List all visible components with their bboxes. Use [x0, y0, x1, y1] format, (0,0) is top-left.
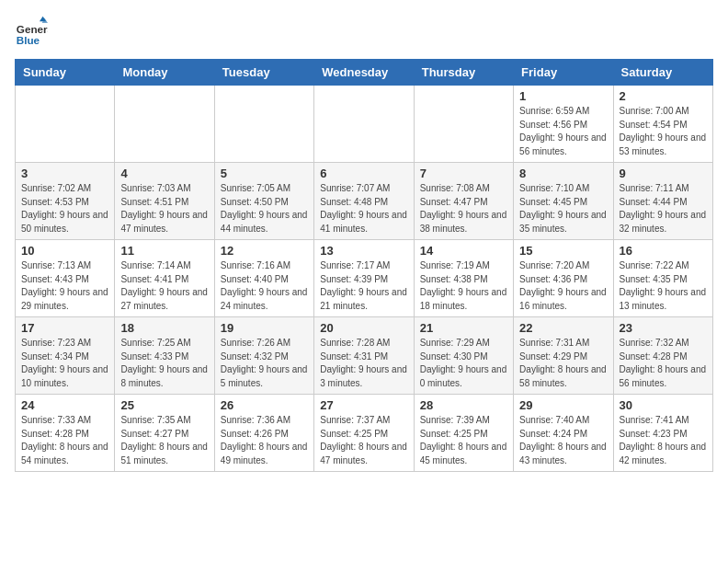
day-info: Sunrise: 7:07 AM Sunset: 4:48 PM Dayligh… — [320, 182, 407, 236]
day-info: Sunrise: 7:02 AM Sunset: 4:53 PM Dayligh… — [21, 182, 108, 236]
day-info: Sunrise: 7:32 AM Sunset: 4:28 PM Dayligh… — [620, 337, 707, 390]
day-number: 30 — [620, 398, 707, 412]
day-info: Sunrise: 6:59 AM Sunset: 4:56 PM Dayligh… — [519, 105, 607, 158]
day-number: 20 — [320, 321, 407, 335]
calendar-cell: 5Sunrise: 7:05 AM Sunset: 4:50 PM Daylig… — [214, 163, 313, 240]
day-info: Sunrise: 7:10 AM Sunset: 4:45 PM Dayligh… — [519, 182, 607, 236]
calendar-cell: 3Sunrise: 7:02 AM Sunset: 4:53 PM Daylig… — [16, 163, 115, 240]
calendar-cell: 29Sunrise: 7:40 AM Sunset: 4:24 PM Dayli… — [514, 395, 613, 472]
calendar-cell: 26Sunrise: 7:36 AM Sunset: 4:26 PM Dayli… — [214, 395, 313, 472]
day-info: Sunrise: 7:17 AM Sunset: 4:39 PM Dayligh… — [320, 259, 407, 313]
calendar-header-row: SundayMondayTuesdayWednesdayThursdayFrid… — [16, 60, 713, 86]
calendar-cell: 8Sunrise: 7:10 AM Sunset: 4:45 PM Daylig… — [514, 163, 613, 240]
calendar-cell — [214, 86, 313, 163]
day-number: 28 — [420, 398, 507, 412]
day-number: 19 — [221, 321, 308, 335]
day-info: Sunrise: 7:08 AM Sunset: 4:47 PM Dayligh… — [420, 182, 507, 236]
day-info: Sunrise: 7:29 AM Sunset: 4:30 PM Dayligh… — [420, 337, 507, 390]
day-number: 18 — [120, 321, 208, 335]
day-info: Sunrise: 7:39 AM Sunset: 4:25 PM Dayligh… — [420, 414, 507, 467]
calendar-week-1: 1Sunrise: 6:59 AM Sunset: 4:56 PM Daylig… — [16, 86, 713, 163]
calendar-week-5: 24Sunrise: 7:33 AM Sunset: 4:28 PM Dayli… — [16, 395, 713, 472]
calendar-header-saturday: Saturday — [613, 60, 712, 86]
calendar-header-thursday: Thursday — [414, 60, 513, 86]
calendar-cell: 19Sunrise: 7:26 AM Sunset: 4:32 PM Dayli… — [214, 317, 313, 395]
calendar-cell: 23Sunrise: 7:32 AM Sunset: 4:28 PM Dayli… — [613, 317, 712, 395]
day-info: Sunrise: 7:25 AM Sunset: 4:33 PM Dayligh… — [120, 337, 208, 390]
day-info: Sunrise: 7:33 AM Sunset: 4:28 PM Dayligh… — [21, 414, 108, 467]
calendar-cell: 16Sunrise: 7:22 AM Sunset: 4:35 PM Dayli… — [613, 240, 712, 317]
day-info: Sunrise: 7:19 AM Sunset: 4:38 PM Dayligh… — [420, 259, 507, 313]
day-number: 12 — [221, 244, 308, 258]
calendar-header-wednesday: Wednesday — [314, 60, 414, 86]
day-info: Sunrise: 7:26 AM Sunset: 4:32 PM Dayligh… — [221, 337, 308, 390]
day-info: Sunrise: 7:36 AM Sunset: 4:26 PM Dayligh… — [221, 414, 308, 467]
calendar-week-3: 10Sunrise: 7:13 AM Sunset: 4:43 PM Dayli… — [16, 240, 713, 317]
day-number: 25 — [120, 398, 208, 412]
calendar-cell: 18Sunrise: 7:25 AM Sunset: 4:33 PM Dayli… — [115, 317, 214, 395]
day-number: 9 — [620, 167, 707, 180]
day-info: Sunrise: 7:16 AM Sunset: 4:40 PM Dayligh… — [221, 259, 308, 313]
calendar-header-tuesday: Tuesday — [214, 60, 313, 86]
day-number: 27 — [320, 398, 407, 412]
day-number: 29 — [519, 398, 607, 412]
header: General Blue — [15, 15, 713, 48]
calendar-cell: 15Sunrise: 7:20 AM Sunset: 4:36 PM Dayli… — [514, 240, 613, 317]
calendar-header-monday: Monday — [115, 60, 214, 86]
calendar-cell: 27Sunrise: 7:37 AM Sunset: 4:25 PM Dayli… — [314, 395, 414, 472]
day-number: 23 — [620, 321, 707, 335]
day-info: Sunrise: 7:13 AM Sunset: 4:43 PM Dayligh… — [21, 259, 108, 313]
day-info: Sunrise: 7:40 AM Sunset: 4:24 PM Dayligh… — [519, 414, 607, 467]
logo-icon: General Blue — [15, 15, 48, 48]
day-number: 11 — [120, 244, 208, 258]
day-info: Sunrise: 7:37 AM Sunset: 4:25 PM Dayligh… — [320, 414, 407, 467]
day-number: 10 — [21, 244, 108, 258]
day-number: 17 — [21, 321, 108, 335]
day-number: 14 — [420, 244, 507, 258]
calendar-cell — [314, 86, 414, 163]
calendar-cell: 28Sunrise: 7:39 AM Sunset: 4:25 PM Dayli… — [414, 395, 513, 472]
day-number: 4 — [120, 167, 208, 180]
day-number: 1 — [519, 89, 607, 103]
calendar-cell: 14Sunrise: 7:19 AM Sunset: 4:38 PM Dayli… — [414, 240, 513, 317]
day-info: Sunrise: 7:31 AM Sunset: 4:29 PM Dayligh… — [519, 337, 607, 390]
day-number: 8 — [519, 167, 607, 180]
calendar-cell: 4Sunrise: 7:03 AM Sunset: 4:51 PM Daylig… — [115, 163, 214, 240]
day-info: Sunrise: 7:00 AM Sunset: 4:54 PM Dayligh… — [620, 105, 707, 158]
calendar-cell: 20Sunrise: 7:28 AM Sunset: 4:31 PM Dayli… — [314, 317, 414, 395]
day-info: Sunrise: 7:35 AM Sunset: 4:27 PM Dayligh… — [120, 414, 208, 467]
calendar-cell: 11Sunrise: 7:14 AM Sunset: 4:41 PM Dayli… — [115, 240, 214, 317]
calendar-cell: 21Sunrise: 7:29 AM Sunset: 4:30 PM Dayli… — [414, 317, 513, 395]
day-info: Sunrise: 7:11 AM Sunset: 4:44 PM Dayligh… — [620, 182, 707, 236]
day-number: 13 — [320, 244, 407, 258]
calendar-cell: 2Sunrise: 7:00 AM Sunset: 4:54 PM Daylig… — [613, 86, 712, 163]
day-info: Sunrise: 7:41 AM Sunset: 4:23 PM Dayligh… — [620, 414, 707, 467]
day-info: Sunrise: 7:03 AM Sunset: 4:51 PM Dayligh… — [120, 182, 208, 236]
calendar-cell — [115, 86, 214, 163]
day-number: 6 — [320, 167, 407, 180]
calendar-week-4: 17Sunrise: 7:23 AM Sunset: 4:34 PM Dayli… — [16, 317, 713, 395]
calendar: SundayMondayTuesdayWednesdayThursdayFrid… — [15, 59, 713, 472]
calendar-cell: 6Sunrise: 7:07 AM Sunset: 4:48 PM Daylig… — [314, 163, 414, 240]
day-number: 2 — [620, 89, 707, 103]
day-number: 21 — [420, 321, 507, 335]
day-info: Sunrise: 7:05 AM Sunset: 4:50 PM Dayligh… — [221, 182, 308, 236]
svg-text:Blue: Blue — [17, 34, 40, 46]
day-number: 22 — [519, 321, 607, 335]
day-info: Sunrise: 7:23 AM Sunset: 4:34 PM Dayligh… — [21, 337, 108, 390]
calendar-cell: 12Sunrise: 7:16 AM Sunset: 4:40 PM Dayli… — [214, 240, 313, 317]
logo: General Blue — [15, 15, 51, 48]
day-number: 16 — [620, 244, 707, 258]
day-number: 3 — [21, 167, 108, 180]
calendar-cell — [414, 86, 513, 163]
calendar-cell — [16, 86, 115, 163]
calendar-cell: 7Sunrise: 7:08 AM Sunset: 4:47 PM Daylig… — [414, 163, 513, 240]
calendar-cell: 17Sunrise: 7:23 AM Sunset: 4:34 PM Dayli… — [16, 317, 115, 395]
calendar-cell: 13Sunrise: 7:17 AM Sunset: 4:39 PM Dayli… — [314, 240, 414, 317]
day-info: Sunrise: 7:20 AM Sunset: 4:36 PM Dayligh… — [519, 259, 607, 313]
day-info: Sunrise: 7:28 AM Sunset: 4:31 PM Dayligh… — [320, 337, 407, 390]
calendar-cell: 30Sunrise: 7:41 AM Sunset: 4:23 PM Dayli… — [613, 395, 712, 472]
calendar-week-2: 3Sunrise: 7:02 AM Sunset: 4:53 PM Daylig… — [16, 163, 713, 240]
calendar-cell: 9Sunrise: 7:11 AM Sunset: 4:44 PM Daylig… — [613, 163, 712, 240]
day-info: Sunrise: 7:14 AM Sunset: 4:41 PM Dayligh… — [120, 259, 208, 313]
